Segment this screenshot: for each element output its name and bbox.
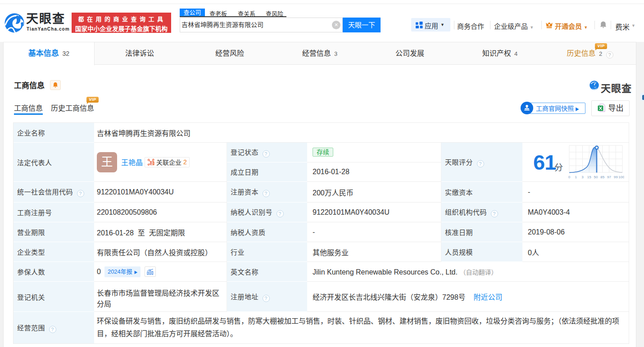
svg-text:97: 97 (607, 175, 611, 179)
svg-text:15: 15 (587, 175, 591, 179)
svg-text:企: 企 (150, 161, 154, 165)
svg-text:0: 0 (568, 175, 571, 179)
svg-text:50: 50 (594, 175, 598, 179)
svg-text:3: 3 (581, 175, 584, 179)
svg-text:85: 85 (600, 175, 604, 179)
svg-text:100: 100 (618, 175, 624, 179)
svg-text:99: 99 (614, 175, 618, 179)
svg-text:1: 1 (575, 175, 577, 179)
